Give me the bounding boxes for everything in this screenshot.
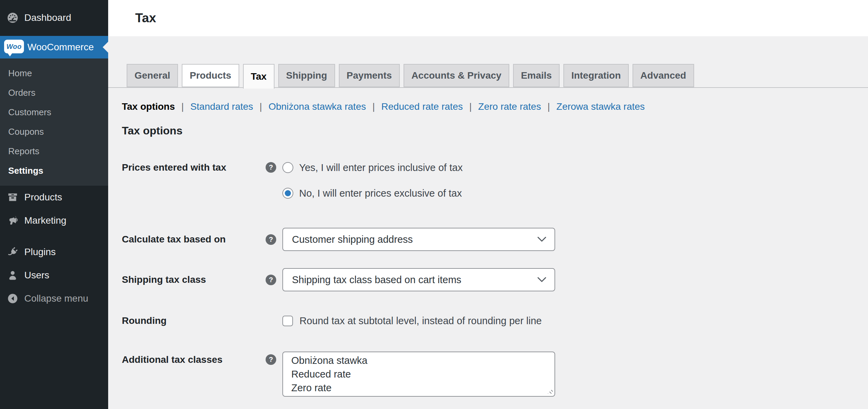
rounding-checkbox-option[interactable]: Round tax at subtotal level, instead of …	[282, 313, 868, 329]
sidebar-item-label: Plugins	[24, 247, 56, 258]
subnav-separator: |	[547, 101, 550, 112]
tab-advanced[interactable]: Advanced	[633, 64, 694, 87]
sidebar-item-label: Dashboard	[24, 12, 71, 23]
tab-tax[interactable]: Tax	[243, 64, 275, 89]
form-row-rounding: Rounding Round tax at subtotal level, in…	[122, 313, 868, 329]
subnav-standard-rates[interactable]: Standard rates	[190, 101, 253, 112]
marketing-megaphone-icon	[6, 214, 20, 227]
chevron-down-icon	[537, 277, 546, 282]
collapse-menu-label: Collapse menu	[24, 293, 88, 304]
tax-sections-subnav: Tax options | Standard rates | Obniżona …	[108, 100, 868, 113]
woocommerce-settings-page: Dashboard Woo WooCommerce Home Orders Cu…	[0, 0, 868, 409]
collapse-menu-button[interactable]: Collapse menu	[0, 287, 108, 310]
sidebar-item-plugins[interactable]: Plugins	[0, 240, 108, 264]
sidebar-item-label: Products	[24, 192, 62, 203]
form-row-shipping-tax-class: Shipping tax class ? Shipping tax class …	[122, 268, 868, 291]
woocommerce-submenu: Home Orders Customers Coupons Reports Se…	[0, 58, 108, 186]
select-value: Shipping tax class based on cart items	[292, 274, 461, 286]
radio-unchecked[interactable]	[282, 162, 293, 173]
help-icon[interactable]: ?	[266, 275, 276, 285]
admin-sidebar: Dashboard Woo WooCommerce Home Orders Cu…	[0, 0, 108, 409]
subnav-separator: |	[181, 101, 184, 112]
tab-shipping[interactable]: Shipping	[278, 64, 335, 87]
subnav-separator: |	[372, 101, 375, 112]
radio-checked[interactable]	[282, 188, 293, 199]
additional-tax-classes-textarea[interactable]: Obniżona stawka Reduced rate Zero rate	[282, 352, 555, 397]
help-icon[interactable]: ?	[266, 162, 276, 173]
checkbox-unchecked[interactable]	[282, 316, 293, 326]
submenu-item-settings[interactable]: Settings	[0, 161, 108, 181]
subnav-separator: |	[259, 101, 262, 112]
sidebar-item-marketing[interactable]: Marketing	[0, 209, 108, 232]
sidebar-item-dashboard[interactable]: Dashboard	[0, 5, 108, 30]
tab-payments[interactable]: Payments	[339, 64, 400, 87]
section-heading: Tax options	[108, 124, 868, 137]
subnav-obnizona-stawka-rates[interactable]: Obniżona stawka rates	[268, 101, 366, 112]
radio-option-prices-inclusive[interactable]: Yes, I will enter prices inclusive of ta…	[282, 159, 868, 176]
sidebar-item-products[interactable]: Products	[0, 186, 108, 209]
radio-label: Yes, I will enter prices inclusive of ta…	[299, 162, 463, 173]
help-icon[interactable]: ?	[266, 354, 276, 365]
tab-integration[interactable]: Integration	[563, 64, 629, 87]
radio-option-prices-exclusive[interactable]: No, I will enter prices exclusive of tax	[282, 185, 868, 201]
field-label: Shipping tax class	[122, 274, 266, 285]
help-icon[interactable]: ?	[266, 234, 276, 245]
active-menu-arrow	[103, 42, 108, 53]
submenu-item-orders[interactable]: Orders	[0, 83, 108, 103]
sidebar-item-label: WooCommerce	[27, 42, 94, 53]
sidebar-item-users[interactable]: Users	[0, 264, 108, 287]
tab-general[interactable]: General	[127, 64, 178, 87]
form-row-prices-entered-with-tax: Prices entered with tax ? Yes, I will en…	[122, 159, 868, 201]
subnav-tax-options[interactable]: Tax options	[122, 101, 175, 112]
content-area: Tax General Products Tax Shipping Paymen…	[108, 0, 868, 409]
sidebar-item-label: Users	[24, 270, 49, 281]
field-label: Additional tax classes	[122, 352, 266, 397]
settings-tabs-bar: General Products Tax Shipping Payments A…	[108, 64, 868, 91]
radio-label: No, I will enter prices exclusive of tax	[299, 188, 462, 199]
products-box-icon	[6, 191, 20, 203]
menu-separator	[0, 232, 108, 240]
checkbox-label: Round tax at subtotal level, instead of …	[299, 315, 542, 327]
settings-tabs: General Products Tax Shipping Payments A…	[108, 64, 868, 89]
sidebar-item-woocommerce[interactable]: Woo WooCommerce	[0, 36, 108, 58]
field-label: Prices entered with tax	[122, 159, 266, 201]
submenu-item-home[interactable]: Home	[0, 64, 108, 83]
field-label: Rounding	[122, 315, 266, 326]
page-title: Tax	[135, 11, 156, 25]
form-row-calculate-tax-based-on: Calculate tax based on ? Customer shippi…	[122, 228, 868, 251]
tax-options-form: Prices entered with tax ? Yes, I will en…	[108, 159, 868, 397]
subnav-zerowa-stawka-rates[interactable]: Zerowa stawka rates	[557, 101, 645, 112]
subnav-reduced-rate-rates[interactable]: Reduced rate rates	[381, 101, 463, 112]
calculate-tax-select[interactable]: Customer shipping address	[282, 228, 555, 251]
submenu-item-reports[interactable]: Reports	[0, 142, 108, 161]
tab-products[interactable]: Products	[182, 64, 239, 87]
form-row-additional-tax-classes: Additional tax classes ? Obniżona stawka…	[122, 352, 868, 397]
page-header: Tax	[108, 0, 868, 36]
subnav-zero-rate-rates[interactable]: Zero rate rates	[478, 101, 541, 112]
field-label: Calculate tax based on	[122, 234, 266, 245]
subnav-separator: |	[469, 101, 472, 112]
textarea-resize-handle-wrap: Obniżona stawka Reduced rate Zero rate	[282, 352, 555, 397]
dashboard-gauge-icon	[6, 11, 20, 24]
collapse-arrow-icon	[6, 292, 20, 305]
users-person-icon	[6, 269, 20, 281]
sidebar-item-label: Marketing	[24, 215, 66, 226]
shipping-tax-class-select[interactable]: Shipping tax class based on cart items	[282, 268, 555, 291]
woocommerce-logo-icon: Woo	[4, 40, 24, 53]
chevron-down-icon	[537, 237, 546, 242]
submenu-item-coupons[interactable]: Coupons	[0, 122, 108, 142]
plugins-plug-icon	[6, 246, 20, 258]
tab-emails[interactable]: Emails	[513, 64, 560, 87]
select-value: Customer shipping address	[292, 234, 413, 245]
submenu-item-customers[interactable]: Customers	[0, 103, 108, 122]
tab-accounts-privacy[interactable]: Accounts & Privacy	[404, 64, 509, 87]
